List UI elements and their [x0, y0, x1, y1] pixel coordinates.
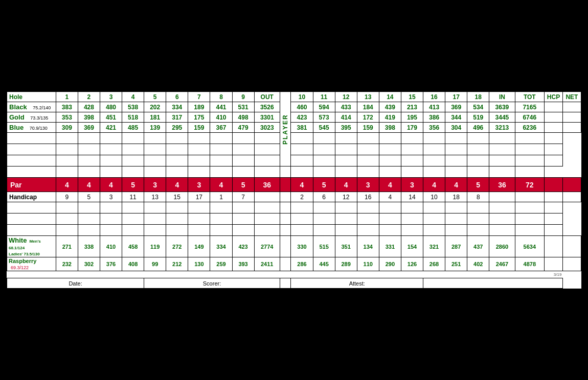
par-label: Par: [7, 178, 56, 192]
scorecard: Hole 1 2 3 4 5 6 7 8 9 OUT PLAYER 10 11 …: [5, 90, 583, 290]
col-header-7: 7: [188, 92, 210, 102]
handicap-label: Handicap: [7, 192, 56, 202]
col-header-out: OUT: [254, 92, 280, 102]
white-tee-row: White Men's 68.1/124 Ladies' 73.5/130 27…: [7, 236, 581, 257]
empty-row-1: [7, 133, 581, 144]
col-header-17: 17: [445, 92, 467, 102]
col-header-tot: TOT: [515, 92, 544, 102]
player-column: PLAYER: [280, 92, 291, 167]
col-header-3: 3: [100, 92, 122, 102]
col-header-8: 8: [210, 92, 232, 102]
col-header-13: 13: [357, 92, 379, 102]
col-header-1: 1: [56, 92, 78, 102]
par-row: Par 4 4 4 5 3 4 3 4 5 36 4 5 4 3 4 3 4 4: [7, 178, 581, 192]
empty-row-6: [7, 213, 581, 225]
header-row: Hole 1 2 3 4 5 6 7 8 9 OUT PLAYER 10 11 …: [7, 92, 581, 102]
col-header-2: 2: [78, 92, 100, 102]
col-header-15: 15: [401, 92, 423, 102]
blue-tee-label: Blue 70.9/130: [7, 123, 56, 133]
footer-row: Date: Scorer: Attest:: [7, 278, 581, 289]
col-header-18: 18: [467, 92, 489, 102]
date-field[interactable]: Date:: [7, 278, 144, 289]
empty-row-5: [7, 202, 581, 213]
attest-field[interactable]: Attest:: [291, 278, 423, 289]
col-header-9: 9: [232, 92, 254, 102]
black-tee-label: Black 75.2/140: [7, 102, 56, 112]
scorer-field[interactable]: Scorer:: [144, 278, 280, 289]
blue-tee-row: Blue 70.9/130 309 369 421 485 139 295 15…: [7, 123, 581, 133]
col-header-11: 11: [313, 92, 335, 102]
empty-row-3: [7, 155, 581, 167]
col-header-10: 10: [291, 92, 313, 102]
black-tee-row: Black 75.2/140 383 428 480 538 202 334 1…: [7, 102, 581, 112]
gold-tee-label: Gold 73.3/135: [7, 112, 56, 123]
col-header-net: NET: [562, 92, 581, 102]
col-header-hcp: HCP: [545, 92, 563, 102]
gold-tee-row: Gold 73.3/135 353 398 451 518 181 317 17…: [7, 112, 581, 123]
col-header-in: IN: [489, 92, 515, 102]
col-header-5: 5: [144, 92, 166, 102]
col-header-4: 4: [122, 92, 144, 102]
empty-row-4: [7, 167, 581, 178]
raspberry-tee-label: Raspberry 69.3/122: [7, 257, 56, 271]
white-tee-label: White Men's 68.1/124 Ladies' 73.5/130: [7, 236, 56, 257]
col-header-12: 12: [335, 92, 357, 102]
handicap-row: Handicap 9 5 3 11 13 15 17 1 7 2 6 12 16…: [7, 192, 581, 202]
empty-row-2: [7, 144, 581, 155]
raspberry-tee-row: Raspberry 69.3/122 232 302 376 408 99 21…: [7, 257, 581, 271]
col-header-6: 6: [166, 92, 188, 102]
hole-header: Hole: [7, 92, 56, 102]
col-header-14: 14: [379, 92, 401, 102]
empty-row-7: [7, 225, 581, 236]
version-row: 3/19: [7, 271, 581, 278]
col-header-16: 16: [423, 92, 445, 102]
